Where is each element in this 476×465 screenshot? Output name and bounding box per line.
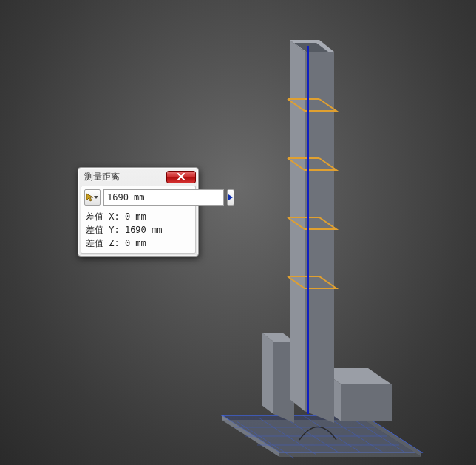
tower [290,40,334,423]
svg-marker-15 [341,384,392,421]
play-icon [228,194,234,201]
model-scene [0,0,476,465]
measure-value-field[interactable] [103,189,224,206]
dialog-body: 差值 X: 0 mm 差值 Y: 1690 mm 差值 Z: 0 mm [81,186,196,254]
delta-x-value: 0 mm [125,211,146,222]
delta-y-row: 差值 Y: 1690 mm [84,223,192,237]
delta-z-row: 差值 Z: 0 mm [84,237,192,250]
dialog-titlebar[interactable]: 测量距离 [78,168,198,186]
selection-mode-dropdown[interactable] [84,189,101,206]
cad-viewport[interactable] [0,0,476,465]
measure-input-row [84,189,192,206]
base-plate [222,415,421,458]
block-left [262,333,294,423]
expand-button[interactable] [227,189,234,206]
delta-z-value: 0 mm [125,238,146,248]
close-icon [177,173,186,180]
close-button[interactable] [166,171,196,183]
delta-x-row: 差值 X: 0 mm [84,210,192,223]
delta-y-value: 1690 mm [125,225,163,235]
svg-marker-20 [290,40,305,411]
dialog-title: 测量距离 [84,171,120,183]
measure-distance-dialog[interactable]: 测量距离 差值 X: 0 mm 差值 Y: 1690 mm 差值 Z: 0 [78,167,199,257]
svg-marker-17 [262,333,273,414]
svg-marker-3 [222,420,421,457]
